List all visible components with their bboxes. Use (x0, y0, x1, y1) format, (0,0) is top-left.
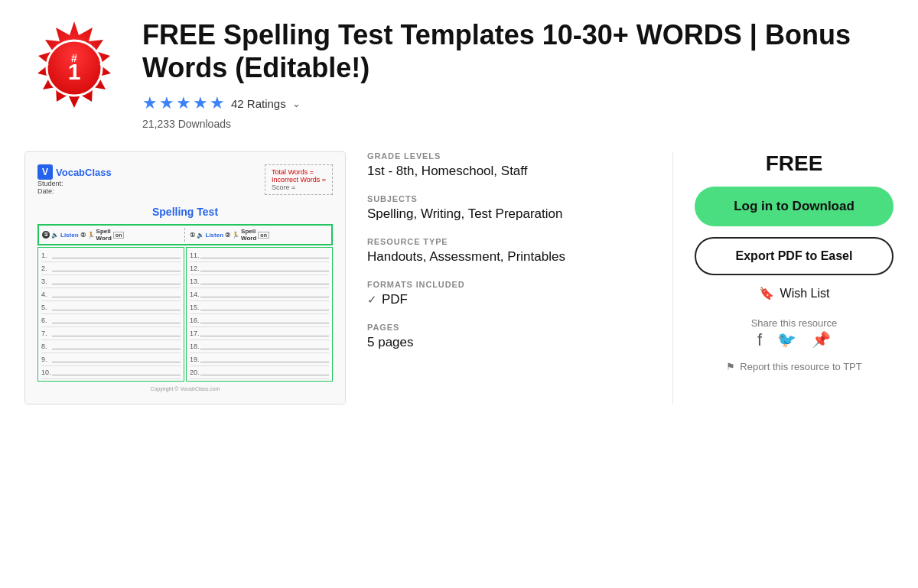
report-text: Report this resource to TPT (740, 361, 861, 372)
subjects-group: SUBJECTS Spelling, Writing, Test Prepara… (367, 194, 651, 222)
product-header: # 1 FREE Spelling Test Templates 10-30+ … (24, 18, 894, 130)
flag-icon: ⚑ (726, 361, 735, 372)
format-pdf: ✓ PDF (367, 292, 651, 307)
mockup-footer: Copyright © VocabClass.com (37, 386, 333, 391)
format-value: PDF (382, 292, 408, 307)
svg-text:1: 1 (68, 59, 81, 84)
pinterest-btn[interactable]: 📌 (812, 330, 831, 350)
star-2: ★ (159, 93, 174, 113)
price-display: FREE (766, 151, 823, 176)
sidebar-section: FREE Log in to Download Export PDF to Ea… (695, 151, 894, 372)
ratings-row: ★ ★ ★ ★ ★ 42 Ratings ⌄ (142, 93, 894, 113)
report-link[interactable]: ⚑ Report this resource to TPT (726, 361, 861, 372)
spelling-rows: 1. 2. 3. 4. 5. 6. 7. 8. 9. 10. 11. 12. 1… (37, 247, 333, 382)
star-5-half: ★ (210, 93, 225, 113)
export-button[interactable]: Export PDF to Easel (695, 237, 894, 275)
product-title: FREE Spelling Test Templates 10-30+ WORD… (142, 18, 894, 84)
pages-group: PAGES 5 pages (367, 323, 651, 350)
chevron-down-icon[interactable]: ⌄ (292, 98, 301, 109)
subjects-value: Spelling, Writing, Test Preparation (367, 206, 651, 222)
check-icon: ✓ (367, 293, 377, 307)
grade-levels-group: GRADE LEVELS 1st - 8th, Homeschool, Staf… (367, 151, 651, 179)
formats-group: FORMATS INCLUDED ✓ PDF (367, 280, 651, 307)
share-section: Share this resource  𝕏 ⚫ f 🐦 📌 ⚑ Report… (726, 317, 861, 372)
vocab-logo: V VocabClass (37, 164, 112, 180)
facebook-btn[interactable]: f (757, 330, 762, 350)
star-4: ★ (193, 93, 208, 113)
details-section: GRADE LEVELS 1st - 8th, Homeschool, Staf… (367, 151, 651, 350)
star-1: ★ (142, 93, 158, 113)
pages-value: 5 pages (367, 335, 651, 350)
wish-list-button[interactable]: 🔖 Wish List (759, 286, 830, 300)
bookmark-icon: 🔖 (759, 286, 774, 300)
pages-label: PAGES (367, 323, 651, 332)
download-button[interactable]: Log in to Download (695, 187, 894, 226)
product-preview: V VocabClass Student: Date: Total Words … (24, 151, 346, 404)
title-area: FREE Spelling Test Templates 10-30+ WORD… (142, 18, 894, 130)
star-rating: ★ ★ ★ ★ ★ (142, 93, 225, 113)
vertical-divider (672, 151, 673, 404)
resource-type-group: RESOURCE TYPE Handouts, Assessment, Prin… (367, 237, 651, 265)
social-buttons: f 🐦 📌 (757, 330, 831, 350)
share-label: Share this resource (751, 317, 838, 329)
resource-type-value: Handouts, Assessment, Printables (367, 249, 651, 265)
mockup-test-title: Spelling Test (37, 206, 333, 218)
student-date-fields: Student: Date: (37, 180, 112, 195)
spelling-test-mockup: V VocabClass Student: Date: Total Words … (25, 152, 345, 404)
resource-type-label: RESOURCE TYPE (367, 237, 651, 246)
grade-levels-value: 1st - 8th, Homeschool, Staff (367, 164, 651, 179)
grade-levels-label: GRADE LEVELS (367, 151, 651, 161)
downloads-count: 21,233 Downloads (142, 118, 894, 130)
left-column: 1. 2. 3. 4. 5. 6. 7. 8. 9. 10. (37, 247, 184, 382)
right-column: 11. 12. 13. 14. 15. 16. 17. 18. 19. 20. (186, 247, 333, 382)
ratings-count[interactable]: 42 Ratings (231, 97, 286, 110)
main-content: V VocabClass Student: Date: Total Words … (24, 151, 894, 404)
column-headers: ① 🔈 Listen ② 🏃 SpellWord on ① 🔈 Listen ②… (37, 224, 333, 245)
score-fields: Total Words = Incorrect Words = Score = (265, 164, 333, 195)
formats-label: FORMATS INCLUDED (367, 280, 651, 289)
subjects-label: SUBJECTS (367, 194, 651, 203)
twitter-btn[interactable]: 🐦 (777, 330, 796, 350)
star-3: ★ (176, 93, 191, 113)
wish-list-label: Wish List (780, 287, 830, 300)
number-one-badge: # 1 (24, 18, 124, 118)
